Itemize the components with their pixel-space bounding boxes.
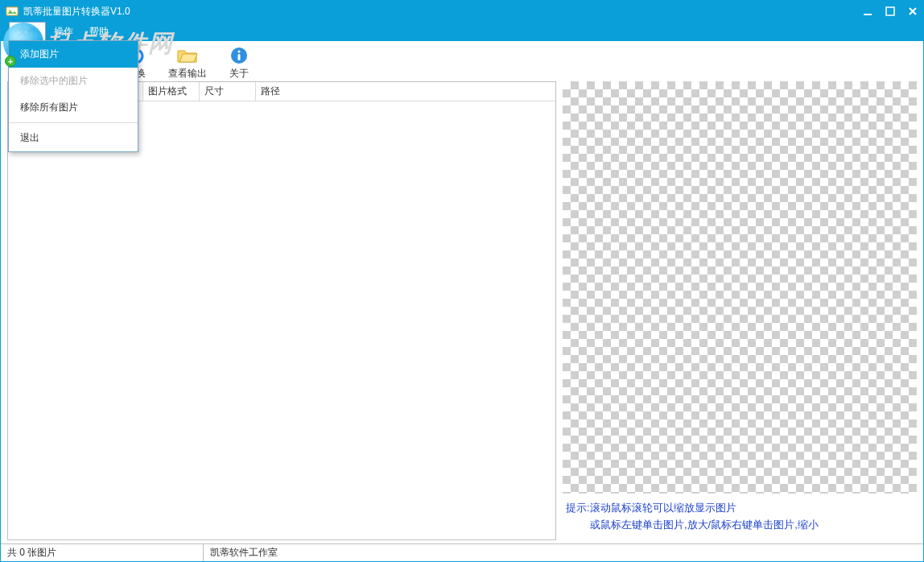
menu-operate[interactable]: 操作 xyxy=(46,23,81,41)
svg-rect-0 xyxy=(6,7,18,15)
hint-line1: 提示:滚动鼠标滚轮可以缩放显示图片 xyxy=(566,500,914,517)
toolbar: 添加图片 移除选中 转换 查看输出 关于 xyxy=(1,41,923,81)
app-window: 凯蒂批量图片转换器V1.0 文件 操作 帮助 起点软件网 www.pc0359.… xyxy=(0,0,924,562)
titlebar[interactable]: 凯蒂批量图片转换器V1.0 xyxy=(1,1,923,22)
menu-remove-all[interactable]: 移除所有图片 xyxy=(9,94,138,121)
folder-icon xyxy=(163,44,212,67)
plus-badge-icon: + xyxy=(5,56,16,67)
hint-line2: 或鼠标左键单击图片,放大/鼠标右键单击图片,缩小 xyxy=(566,517,914,534)
info-icon xyxy=(215,44,263,67)
close-button[interactable] xyxy=(907,6,918,17)
menu-exit[interactable]: 退出 xyxy=(9,125,138,151)
app-title: 凯蒂批量图片转换器V1.0 xyxy=(23,5,862,19)
status-studio: 凯蒂软件工作室 xyxy=(204,544,413,561)
table-body[interactable] xyxy=(8,101,555,539)
file-menu-dropdown: + 添加图片 移除选中的图片 移除所有图片 退出 xyxy=(8,40,138,152)
menu-separator xyxy=(9,122,138,123)
preview-canvas[interactable] xyxy=(563,81,917,494)
svg-rect-3 xyxy=(886,7,894,15)
menu-add-image[interactable]: 添加图片 xyxy=(9,41,138,68)
maximize-button[interactable] xyxy=(885,6,896,17)
menu-remove-selected: 移除选中的图片 xyxy=(9,68,138,94)
col-path[interactable]: 路径 xyxy=(256,82,555,101)
svg-rect-2 xyxy=(864,14,872,15)
app-icon xyxy=(6,5,19,18)
status-count: 共 0 张图片 xyxy=(1,544,204,561)
statusbar: 共 0 张图片 凯蒂软件工作室 xyxy=(1,543,923,561)
svg-rect-11 xyxy=(238,54,241,60)
col-size[interactable]: 尺寸 xyxy=(200,82,256,101)
toolbar-view-output[interactable]: 查看输出 xyxy=(163,44,212,81)
menu-file[interactable]: 文件 xyxy=(9,22,46,41)
menubar: 文件 操作 帮助 xyxy=(1,22,923,41)
minimize-button[interactable] xyxy=(862,6,873,17)
window-controls xyxy=(862,6,918,17)
toolbar-about[interactable]: 关于 xyxy=(215,44,263,81)
svg-point-10 xyxy=(237,50,240,52)
hint-text: 提示:滚动鼠标滚轮可以缩放显示图片 或鼠标左键单击图片,放大/鼠标右键单击图片,… xyxy=(563,494,917,540)
menu-help[interactable]: 帮助 xyxy=(81,23,117,41)
body-area: 文件名▲ 图片格式 尺寸 路径 提示:滚动鼠标滚轮可以缩放显示图片 或鼠标左键单… xyxy=(1,81,923,543)
preview-panel: 提示:滚动鼠标滚轮可以缩放显示图片 或鼠标左键单击图片,放大/鼠标右键单击图片,… xyxy=(563,81,917,540)
col-format[interactable]: 图片格式 xyxy=(143,82,200,101)
